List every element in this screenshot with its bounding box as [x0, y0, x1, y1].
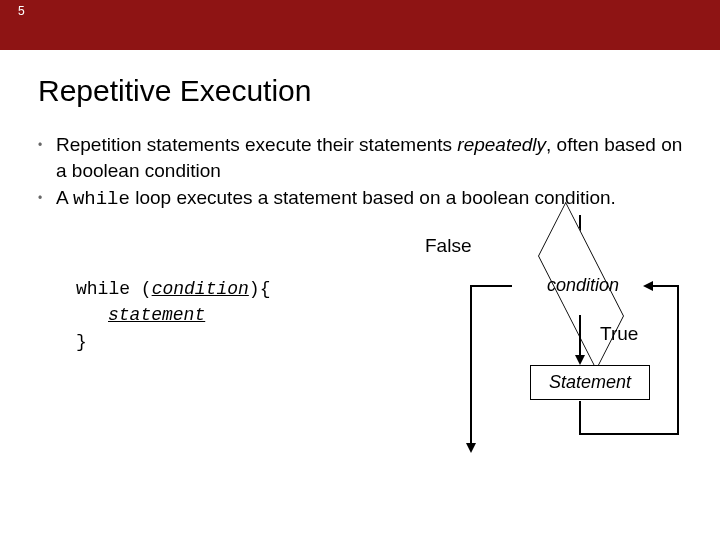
slide-header: 5 — [0, 0, 720, 50]
content-area: while (condition){ statement } condition… — [0, 215, 720, 475]
flow-line — [470, 285, 472, 445]
condition-label: condition — [547, 275, 619, 296]
list-item: • A while loop executes a statement base… — [38, 185, 684, 213]
false-label: False — [425, 235, 471, 257]
bullet-text: A while loop executes a statement based … — [56, 185, 684, 213]
statement-box: Statement — [530, 365, 650, 400]
bullet-dot-icon: • — [38, 132, 56, 183]
flowchart: condition False True Statement — [400, 215, 700, 475]
flow-line — [579, 401, 581, 435]
flow-line — [677, 285, 679, 435]
arrow-down-icon — [466, 443, 476, 453]
list-item: • Repetition statements execute their st… — [38, 132, 684, 183]
bullet-list: • Repetition statements execute their st… — [38, 132, 684, 213]
bullet-text: Repetition statements execute their stat… — [56, 132, 684, 183]
arrow-left-icon — [643, 281, 653, 291]
code-block: while (condition){ statement } — [76, 275, 270, 355]
flow-line — [470, 285, 512, 287]
flow-line — [579, 315, 581, 357]
bullet-dot-icon: • — [38, 185, 56, 213]
page-number: 5 — [18, 4, 25, 18]
flow-line — [579, 433, 679, 435]
arrow-down-icon — [575, 355, 585, 365]
true-label: True — [600, 323, 638, 345]
flow-line — [652, 285, 679, 287]
slide-title: Repetitive Execution — [38, 74, 720, 108]
